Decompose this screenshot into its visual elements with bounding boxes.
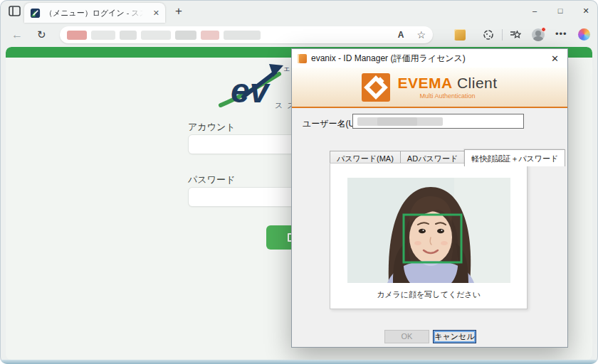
read-aloud-icon[interactable]: A	[398, 30, 404, 40]
toolbar-divider	[502, 29, 503, 41]
browser-essentials-icon[interactable]	[483, 29, 494, 41]
password-input[interactable]	[188, 187, 296, 207]
brand-name: EVEMA	[397, 75, 452, 91]
ok-button[interactable]: OK	[384, 330, 429, 343]
redacted-url-segment	[141, 31, 171, 40]
brand-subtitle: Multi Authentication	[397, 92, 497, 100]
extension-icon[interactable]	[454, 29, 466, 41]
minimize-button[interactable]: –	[528, 6, 541, 15]
redacted-url-segment	[175, 31, 196, 40]
refresh-icon[interactable]: ↻	[37, 28, 46, 41]
logo-kana-top-text: エ	[283, 65, 290, 73]
evanix-logo: ev エ スズ	[212, 61, 298, 119]
redacted-url-segment	[224, 31, 261, 40]
tab-title: （メニュー）ログイン - スズキ校務 evanix	[45, 8, 143, 18]
face-auth-panel: カメラに顔を写してください	[330, 163, 528, 309]
evema-banner: EVEMA Client Multi Authentication	[292, 68, 567, 108]
browser-toolbar: ← ↻ A ☆ •••	[0, 23, 598, 47]
brand-suffix: Client	[457, 75, 498, 91]
window-close-button[interactable]: ✕	[579, 6, 592, 16]
camera-hint-text: カメラに顔を写してください	[330, 289, 527, 300]
evema-app-icon	[298, 54, 307, 63]
favorites-star-icon[interactable]: ☆	[416, 29, 426, 41]
account-input[interactable]	[188, 134, 296, 154]
username-input[interactable]	[352, 114, 524, 129]
camera-preview	[347, 178, 510, 283]
dialog-titlebar[interactable]: evanix - ID Manager (評価用ライセンス) ✕	[292, 49, 567, 68]
username-label: ユーザー名(U):	[303, 118, 360, 130]
redacted-url-segment	[91, 31, 115, 40]
browser-window: （メニュー）ログイン - スズキ校務 evanix ✕ + – □ ✕ ← ↻ …	[0, 0, 598, 364]
new-tab-button[interactable]: +	[175, 4, 182, 18]
redacted-username	[377, 117, 417, 126]
tab-actions-icon[interactable]	[9, 6, 21, 17]
browser-tab[interactable]: （メニュー）ログイン - スズキ校務 evanix ✕	[24, 3, 165, 23]
redacted-url-segment	[201, 31, 219, 40]
window-controls: – □ ✕	[528, 3, 592, 18]
collections-icon[interactable]	[510, 29, 521, 41]
address-bar[interactable]: A ☆	[60, 26, 433, 43]
settings-ellipsis-icon[interactable]: •••	[555, 28, 567, 39]
copilot-icon[interactable]	[578, 28, 590, 41]
redacted-url-segment	[120, 31, 137, 40]
dialog-title: evanix - ID Manager (評価用ライセンス)	[311, 53, 466, 65]
cancel-button[interactable]: キャンセル	[433, 330, 476, 343]
favicon-evanix-icon	[30, 8, 41, 18]
redacted-url-segment	[67, 31, 87, 40]
tab-close-icon[interactable]: ✕	[153, 9, 159, 18]
password-label: パスワード	[188, 173, 235, 186]
back-icon[interactable]: ←	[11, 28, 23, 41]
evema-logo-icon	[362, 73, 390, 102]
window-bottom-edge	[0, 360, 598, 364]
tab-face-auth-password[interactable]: 軽快顔認証＋パスワード	[464, 149, 565, 166]
dialog-close-icon[interactable]: ✕	[548, 53, 562, 64]
tab-strip: （メニュー）ログイン - スズキ校務 evanix ✕ + – □ ✕	[0, 0, 598, 23]
account-label: アカウント	[188, 121, 236, 134]
maximize-button[interactable]: □	[554, 6, 567, 15]
id-manager-dialog: evanix - ID Manager (評価用ライセンス) ✕ EVEMA C…	[291, 48, 568, 348]
profile-notification-dot	[541, 27, 546, 32]
